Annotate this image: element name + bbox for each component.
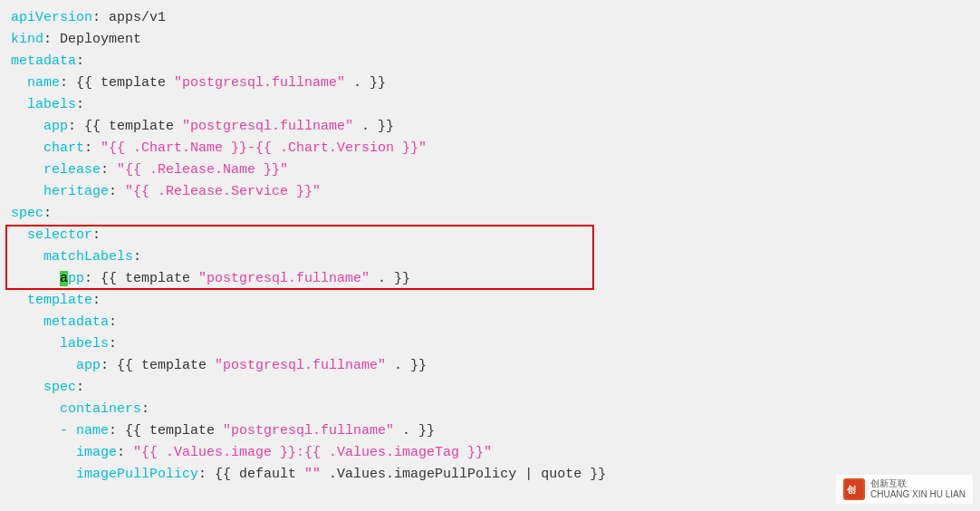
yaml-value: : — [84, 140, 101, 156]
yaml-value: : {{ template — [101, 358, 215, 373]
code-line: spec: — [11, 203, 969, 225]
yaml-value: : — [117, 445, 133, 460]
yaml-key: name — [11, 75, 60, 91]
yaml-value: : — [92, 10, 109, 25]
code-line: template: — [11, 290, 969, 312]
yaml-key: spec — [11, 380, 76, 395]
yaml-key: app — [11, 358, 101, 373]
yaml-key: metadata — [11, 53, 76, 69]
yaml-value: : — [76, 97, 84, 112]
template-string: "postgresql.fullname" — [174, 75, 345, 91]
code-line: app: {{ template "postgresql.fullname" .… — [11, 116, 969, 138]
yaml-value: .Values.imagePullPolicy | quote }} — [321, 467, 606, 482]
code-line: kind: Deployment — [11, 29, 969, 51]
template-string: "postgresql.fullname" — [198, 271, 370, 286]
yaml-key: imagePullPolicy — [11, 467, 198, 482]
code-line: imagePullPolicy: {{ default "" .Values.i… — [11, 464, 969, 486]
code-line: - name: {{ template "postgresql.fullname… — [11, 420, 969, 442]
yaml-key: selector — [11, 227, 92, 243]
yaml-key: - name — [11, 423, 109, 439]
yaml-value: : — [43, 32, 60, 47]
template-string: "" — [304, 467, 321, 482]
yaml-value: : — [109, 314, 117, 330]
yaml-value: : — [76, 380, 84, 395]
template-string: "postgresql.fullname" — [182, 119, 353, 134]
code-line: labels: — [11, 94, 969, 116]
yaml-value: : — [109, 184, 125, 199]
code-line: name: {{ template "postgresql.fullname" … — [11, 72, 969, 94]
watermark-line1: 创新互联 — [870, 478, 966, 489]
yaml-value: : {{ template — [68, 119, 182, 134]
watermark-line2: CHUANG XIN HU LIAN — [870, 489, 966, 500]
yaml-key: app — [11, 119, 68, 134]
yaml-key: apiVersion — [11, 10, 92, 25]
yaml-value: apps/v1 — [109, 10, 166, 25]
yaml-key: labels — [11, 97, 76, 112]
code-line: image: "{{ .Values.image }}:{{ .Values.i… — [11, 442, 969, 464]
yaml-value: : {{ template — [109, 423, 223, 439]
watermark: 创 创新互联 CHUANG XIN HU LIAN — [836, 475, 973, 504]
yaml-key: template — [11, 293, 92, 308]
yaml-key: containers — [11, 401, 141, 417]
code-line: spec: — [11, 377, 969, 399]
yaml-key: matchLabels — [11, 249, 133, 265]
yaml-value: . }} — [386, 358, 427, 373]
template-string: "postgresql.fullname" — [215, 358, 386, 373]
code-lines: apiVersion: apps/v1kind: Deploymentmetad… — [11, 7, 969, 486]
code-container: apiVersion: apps/v1kind: Deploymentmetad… — [0, 0, 980, 511]
yaml-value: : — [109, 336, 117, 352]
yaml-value: : — [43, 206, 52, 221]
yaml-value: . }} — [345, 75, 386, 91]
yaml-value: : {{ template — [60, 75, 174, 91]
yaml-value: : — [76, 53, 84, 69]
yaml-value: : — [141, 401, 149, 417]
watermark-text: 创新互联 CHUANG XIN HU LIAN — [870, 478, 966, 500]
code-line: heritage: "{{ .Release.Service }}" — [11, 181, 969, 203]
code-line: app: {{ template "postgresql.fullname" .… — [11, 268, 969, 290]
yaml-value: : — [101, 162, 117, 178]
yaml-value: : — [92, 293, 101, 308]
code-line: matchLabels: — [11, 246, 969, 268]
yaml-value: Deployment — [60, 32, 141, 47]
code-line: selector: — [11, 225, 969, 246]
yaml-value: : {{ template — [84, 271, 198, 286]
yaml-key: spec — [11, 206, 43, 221]
yaml-key: heritage — [11, 184, 109, 199]
yaml-key: chart — [11, 140, 84, 156]
template-string: "{{ .Release.Name }}" — [117, 162, 288, 178]
yaml-key: pp — [68, 271, 84, 286]
yaml-key: release — [11, 162, 101, 178]
yaml-value: : {{ default — [198, 467, 304, 482]
code-line: metadata: — [11, 312, 969, 333]
template-string: "{{ .Values.image }}:{{ .Values.imageTag… — [133, 445, 492, 460]
code-line: containers: — [11, 399, 969, 420]
yaml-key: metadata — [11, 314, 109, 330]
watermark-logo: 创 — [843, 478, 865, 500]
code-line: release: "{{ .Release.Name }}" — [11, 159, 969, 181]
yaml-key: kind — [11, 32, 43, 47]
yaml-value: . }} — [394, 423, 435, 439]
code-line: labels: — [11, 333, 969, 355]
code-line: app: {{ template "postgresql.fullname" .… — [11, 355, 969, 377]
code-line: chart: "{{ .Chart.Name }}-{{ .Chart.Vers… — [11, 138, 969, 159]
template-string: "{{ .Chart.Name }}-{{ .Chart.Version }}" — [101, 140, 427, 156]
yaml-value — [11, 271, 60, 286]
yaml-value: . }} — [353, 119, 394, 134]
template-string: "postgresql.fullname" — [223, 423, 394, 439]
yaml-key: image — [11, 445, 117, 460]
svg-text:创: 创 — [846, 485, 856, 495]
code-line: metadata: — [11, 51, 969, 72]
yaml-value: : — [133, 249, 141, 265]
template-string: "{{ .Release.Service }}" — [125, 184, 321, 199]
yaml-value: . }} — [370, 271, 410, 286]
code-line: apiVersion: apps/v1 — [11, 7, 969, 29]
yaml-key: labels — [11, 336, 109, 352]
yaml-value: : — [92, 227, 101, 243]
cursor-char: a — [60, 271, 68, 286]
